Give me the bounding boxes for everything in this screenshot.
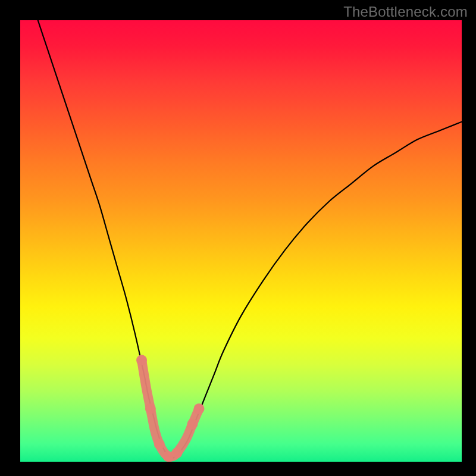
chart-svg	[20, 20, 462, 462]
highlight-dot	[154, 439, 165, 449]
highlight-dot	[136, 355, 147, 365]
plot-area	[20, 20, 462, 462]
bottleneck-curve	[38, 20, 462, 458]
chart-frame: TheBottleneck.com	[0, 0, 476, 476]
watermark-text: TheBottleneck.com	[343, 4, 468, 20]
highlight-dot	[194, 403, 205, 414]
highlight-dot	[145, 403, 156, 414]
highlight-dot	[187, 419, 198, 430]
highlight-dot	[171, 447, 182, 458]
